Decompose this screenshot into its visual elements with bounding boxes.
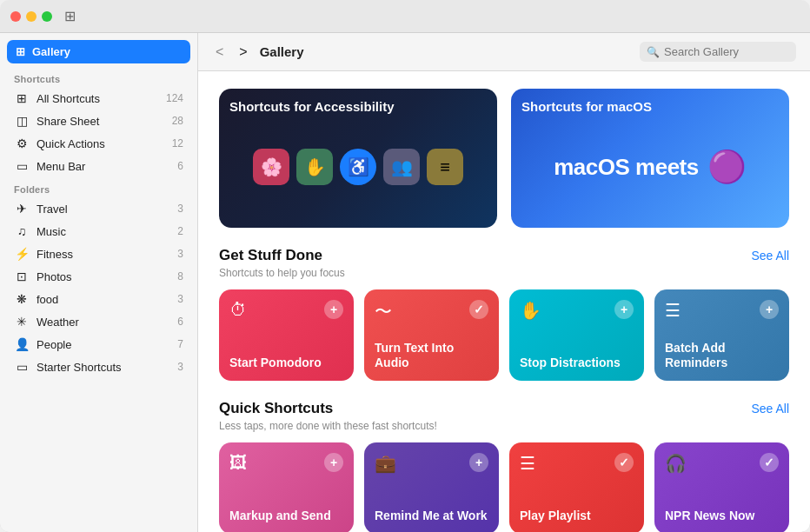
card-start-pomodoro[interactable]: ⏱ + Start Pomodoro — [219, 289, 354, 381]
card-top-4: ☰ + — [665, 300, 779, 321]
macos-banner-text: macOS meets — [554, 154, 698, 181]
batch-reminders-add-btn[interactable]: + — [760, 300, 779, 319]
photos-icon: ⊡ — [14, 269, 30, 283]
pomodoro-icon: ⏱ — [229, 300, 247, 320]
traffic-lights — [10, 11, 52, 22]
maximize-button[interactable] — [42, 11, 52, 22]
play-playlist-label: Play Playlist — [520, 509, 634, 523]
card-turn-text-into-audio[interactable]: 〜 ✓ Turn Text Into Audio — [364, 289, 499, 381]
sidebar-item-fitness[interactable]: ⚡ Fitness 3 — [0, 243, 197, 265]
card-npr-news-now[interactable]: 🎧 ✓ NPR News Now — [654, 442, 789, 532]
get-stuff-done-header: Get Stuff Done See All — [219, 247, 789, 264]
sidebar-toggle-icon[interactable]: ⊞ — [64, 8, 76, 24]
card-top-6: 💼 + — [375, 453, 488, 474]
close-button[interactable] — [10, 11, 21, 22]
remind-work-label: Remind Me at Work — [375, 509, 488, 523]
macos-title: Shortcuts for macOS — [521, 99, 779, 114]
card-stop-distractions[interactable]: ✋ + Stop Distractions — [509, 289, 644, 381]
batch-reminders-label: Batch Add Reminders — [665, 341, 779, 370]
app-window: ⊞ ⊞ Gallery Shortcuts ⊞ All Shortcuts 12… — [0, 0, 810, 532]
sidebar-item-starter-shortcuts[interactable]: ▭ Starter Shortcuts 3 — [0, 356, 197, 378]
stop-distractions-add-btn[interactable]: + — [614, 300, 634, 319]
starter-shortcuts-label: Starter Shortcuts — [37, 361, 122, 374]
photos-label: Photos — [37, 270, 71, 283]
accessibility-title: Shortcuts for Accessibility — [229, 99, 487, 114]
acc-icon-5: ≡ — [427, 149, 463, 185]
card-remind-me-at-work[interactable]: 💼 + Remind Me at Work — [364, 442, 499, 532]
food-icon: ❋ — [14, 292, 30, 306]
sidebar-item-gallery[interactable]: ⊞ Gallery — [7, 40, 190, 63]
toolbar: < > Gallery 🔍 — [198, 33, 810, 71]
quick-shortcuts-see-all[interactable]: See All — [751, 402, 789, 416]
music-count: 2 — [177, 225, 183, 237]
sidebar-item-travel[interactable]: ✈ Travel 3 — [0, 197, 197, 220]
card-play-playlist[interactable]: ☰ ✓ Play Playlist — [509, 442, 644, 532]
fitness-icon: ⚡ — [14, 247, 30, 261]
starter-shortcuts-icon: ▭ — [14, 360, 30, 374]
text-audio-check-btn[interactable]: ✓ — [469, 300, 488, 319]
sidebar-item-people[interactable]: 👤 People 7 — [0, 333, 197, 356]
food-count: 3 — [177, 293, 183, 305]
toolbar-title: Gallery — [260, 44, 304, 59]
acc-icon-1: 🌸 — [253, 149, 289, 185]
markup-send-label: Markup and Send — [229, 509, 343, 523]
sidebar-item-share-sheet[interactable]: ◫ Share Sheet 28 — [0, 110, 197, 132]
sidebar-item-quick-actions[interactable]: ⚙ Quick Actions 12 — [0, 132, 197, 155]
get-stuff-done-cards: ⏱ + Start Pomodoro 〜 ✓ Turn Text Into Au… — [219, 289, 789, 381]
card-top-5: 🖼 + — [229, 453, 343, 473]
menu-bar-icon: ▭ — [14, 159, 30, 173]
people-count: 7 — [177, 338, 183, 350]
accessibility-banner[interactable]: Shortcuts for Accessibility 🌸 ✋ ♿ 👥 ≡ — [219, 89, 497, 228]
sidebar-item-music[interactable]: ♫ Music 2 — [0, 220, 197, 243]
quick-actions-count: 12 — [172, 137, 183, 150]
sidebar: ⊞ Gallery Shortcuts ⊞ All Shortcuts 124 … — [0, 33, 198, 532]
travel-icon: ✈ — [14, 202, 30, 216]
get-stuff-done-see-all[interactable]: See All — [751, 249, 789, 263]
search-icon: 🔍 — [647, 46, 660, 58]
title-bar: ⊞ — [0, 0, 810, 33]
card-top-2: 〜 ✓ — [375, 300, 488, 323]
sidebar-item-all-shortcuts[interactable]: ⊞ All Shortcuts 124 — [0, 87, 197, 110]
remind-work-icon: 💼 — [375, 453, 396, 474]
macos-banner[interactable]: Shortcuts for macOS macOS meets 🟣 — [511, 89, 789, 228]
forward-button[interactable]: > — [236, 43, 250, 62]
minimize-button[interactable] — [26, 11, 37, 22]
card-batch-add-reminders[interactable]: ☰ + Batch Add Reminders — [654, 289, 789, 381]
sidebar-item-photos[interactable]: ⊡ Photos 8 — [0, 265, 197, 288]
travel-count: 3 — [177, 203, 183, 215]
card-markup-and-send[interactable]: 🖼 + Markup and Send — [219, 442, 354, 532]
quick-shortcuts-cards: 🖼 + Markup and Send 💼 + Remind Me at Wor… — [219, 442, 789, 532]
text-audio-icon: 〜 — [375, 300, 392, 323]
card-top-3: ✋ + — [520, 300, 634, 321]
back-button[interactable]: < — [212, 43, 227, 62]
banner-row: Shortcuts for Accessibility 🌸 ✋ ♿ 👥 ≡ — [219, 89, 789, 228]
sidebar-item-food[interactable]: ❋ food 3 — [0, 288, 197, 310]
starter-shortcuts-count: 3 — [177, 361, 183, 373]
markup-send-add-btn[interactable]: + — [324, 453, 343, 472]
music-icon: ♫ — [14, 224, 30, 238]
remind-work-add-btn[interactable]: + — [469, 453, 488, 472]
pomodoro-label: Start Pomodoro — [229, 356, 343, 370]
all-shortcuts-count: 124 — [166, 92, 183, 104]
search-box[interactable]: 🔍 — [640, 42, 796, 62]
npr-news-icon: 🎧 — [665, 453, 687, 474]
share-sheet-count: 28 — [172, 115, 183, 127]
npr-news-check-btn[interactable]: ✓ — [760, 453, 779, 472]
card-top-7: ☰ ✓ — [520, 453, 634, 474]
travel-label: Travel — [37, 203, 68, 216]
text-audio-label: Turn Text Into Audio — [375, 341, 488, 370]
menu-bar-label: Menu Bar — [37, 160, 85, 173]
sidebar-item-weather[interactable]: ✳ Weather 6 — [0, 310, 197, 333]
play-playlist-check-btn[interactable]: ✓ — [614, 453, 634, 472]
fitness-count: 3 — [177, 248, 183, 260]
gallery-icon: ⊞ — [16, 45, 25, 58]
stop-distractions-icon: ✋ — [520, 300, 541, 321]
gallery-label: Gallery — [32, 45, 70, 58]
card-top-1: ⏱ + — [229, 300, 343, 320]
pomodoro-add-btn[interactable]: + — [324, 300, 343, 319]
search-input[interactable] — [664, 45, 789, 58]
sidebar-item-menu-bar[interactable]: ▭ Menu Bar 6 — [0, 155, 197, 177]
folders-section-label: Folders — [0, 177, 197, 197]
people-icon: 👤 — [14, 337, 30, 351]
acc-icon-3: ♿ — [340, 149, 376, 185]
